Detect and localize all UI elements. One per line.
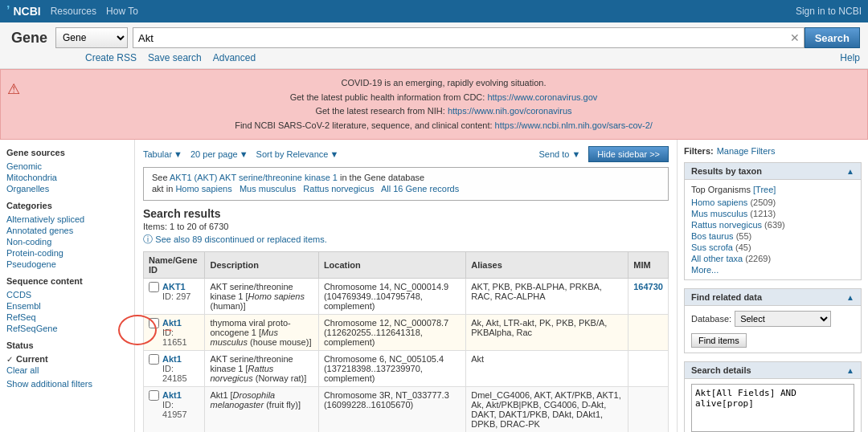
gene-link[interactable]: Akt1 [162, 354, 182, 364]
cdc-link[interactable]: https://www.coronavirus.gov [487, 92, 597, 102]
organism-link[interactable]: Homo sapiens [691, 198, 747, 207]
discontinued-link[interactable]: See also 89 discontinued or replaced ite… [155, 234, 326, 244]
tree-link[interactable]: [Tree] [753, 185, 776, 194]
clear-input-icon[interactable]: ✕ [790, 31, 800, 44]
description-cell: Akt1 [Drosophila melanogaster (fruit fly… [205, 387, 318, 432]
location-cell: Chromosome 12, NC_000078.7 (112620255..1… [318, 315, 465, 351]
gene-link[interactable]: AKT1 [162, 282, 186, 291]
organism-list: Homo sapiens (2509)Mus musculus (1213)Ra… [691, 198, 854, 263]
gene-link[interactable]: Akt1 [162, 390, 182, 400]
sidebar-item-annotated-genes[interactable]: Annotated genes [6, 225, 128, 236]
sidebar-item-mitochondria[interactable]: Mitochondria [6, 172, 128, 183]
resources-link[interactable]: Resources [51, 6, 96, 17]
how-to-link[interactable]: How To [106, 6, 138, 17]
description-cell: AKT serine/threonine kinase 1 [Rattus no… [205, 351, 318, 387]
row-checkbox[interactable] [149, 318, 159, 328]
sidebar-item-refseq[interactable]: RefSeq [6, 312, 128, 323]
sidebar-item-current[interactable]: Current [16, 353, 48, 365]
suggestion-box: See AKT1 (AKT) AKT serine/threonine kina… [143, 167, 669, 201]
clear-all-link[interactable]: Clear all [6, 365, 128, 376]
gene-id: ID: 41957 [162, 400, 199, 419]
mim-link[interactable]: 164730 [633, 282, 663, 291]
sidebar-item-ensembl[interactable]: Ensembl [6, 300, 128, 312]
list-item: All other taxa (2269) [691, 254, 854, 263]
per-page-button[interactable]: 20 per page ▼ [190, 149, 248, 159]
row-checkbox[interactable] [149, 390, 159, 401]
aliases-cell: Ak, Akt, LTR-akt, PK, PKB, PKB/A, PKBAlp… [466, 315, 628, 351]
location-cell: Chromosome 6, NC_005105.4 (137218398..13… [318, 351, 465, 387]
advanced-link[interactable]: Advanced [213, 52, 256, 63]
col-name: Name/Gene ID [144, 252, 205, 279]
sidebar-item-organelles[interactable]: Organelles [6, 183, 128, 194]
create-rss-link[interactable]: Create RSS [85, 52, 137, 63]
save-search-link[interactable]: Save search [148, 52, 202, 63]
find-items-button[interactable]: Find items [691, 333, 747, 348]
mim-cell: 164730 [628, 279, 669, 315]
organism-count: (45) [733, 242, 751, 252]
covid-banner: ⚠ COVID-19 is an emerging, rapidly evolv… [0, 69, 868, 140]
nih-link[interactable]: https://www.nih.gov/coronavirus [448, 106, 572, 116]
sidebar-item-alternatively-spliced[interactable]: Alternatively spliced [6, 214, 128, 225]
find-related-collapse-btn[interactable]: ▲ [846, 293, 854, 302]
mus-musculus-link[interactable]: Mus musculus [240, 184, 296, 194]
table-row: Akt1ID: 11651→thymoma viral proto-oncoge… [144, 315, 669, 351]
sort-by-button[interactable]: Sort by Relevance ▼ [256, 149, 339, 159]
rattus-norvegicus-link[interactable]: Rattus norvegicus [303, 184, 374, 194]
gene-name-cell: Akt1ID: 11651→ [144, 315, 205, 351]
gene-name-cell: Akt1ID: 24185 [144, 351, 205, 387]
homo-sapiens-link[interactable]: Homo sapiens [175, 184, 231, 194]
ncbi-logo: ’ NCBI [6, 4, 41, 18]
organism-count: (639) [762, 220, 785, 230]
mim-cell [628, 351, 669, 387]
nav-links: Resources How To [51, 6, 796, 17]
categories-title: Categories [6, 201, 128, 210]
ncbi-label: NCBI [13, 5, 40, 18]
list-item: Homo sapiens (2509) [691, 198, 854, 207]
sidebar-item-non-coding[interactable]: Non-coding [6, 236, 128, 247]
database-label: Database: [691, 314, 731, 324]
sars-link[interactable]: https://www.ncbi.nlm.nih.gov/sars-cov-2/ [495, 120, 653, 130]
organism-link[interactable]: Bos taurus [691, 231, 734, 241]
row-checkbox[interactable] [149, 354, 159, 365]
all-records-link[interactable]: All 16 Gene records [381, 184, 459, 194]
search-input[interactable] [133, 27, 805, 48]
search-button[interactable]: Search [805, 27, 860, 48]
sidebar-item-genomic[interactable]: Genomic [6, 161, 128, 172]
row-checkbox[interactable] [149, 282, 159, 292]
organism-link[interactable]: Sus scrofa [691, 242, 733, 252]
manage-filters-link[interactable]: Manage Filters [717, 146, 776, 156]
sign-in-link[interactable]: Sign in to NCBI [796, 6, 862, 17]
search-details-textarea[interactable] [691, 384, 854, 432]
related-db-select[interactable]: Select [735, 311, 831, 327]
sidebar-item-protein-coding[interactable]: Protein-coding [6, 247, 128, 259]
aliases-cell: AKT, PKB, PKB-ALPHA, PRKBA, RAC, RAC-ALP… [466, 279, 628, 315]
toolbar: Tabular ▼ 20 per page ▼ Sort by Relevanc… [143, 146, 669, 162]
table-row: Akt1ID: 41957Akt1 [Drosophila melanogast… [144, 387, 669, 432]
page-title: Gene [8, 30, 47, 47]
sidebar-item-pseudogene[interactable]: Pseudogene [6, 259, 128, 270]
organism-link[interactable]: All other taxa [691, 254, 743, 263]
tabular-button[interactable]: Tabular ▼ [143, 149, 182, 159]
table-row: Akt1ID: 24185AKT serine/threonine kinase… [144, 351, 669, 387]
gene-link[interactable]: Akt1 [162, 318, 182, 328]
database-select[interactable]: Gene [55, 27, 128, 48]
hide-sidebar-button[interactable]: Hide sidebar >> [588, 146, 669, 162]
organism-link[interactable]: Mus musculus [691, 209, 747, 218]
search-area: Gene Gene ✕ Search Create RSS Save searc… [0, 22, 868, 69]
send-to-button[interactable]: Send to ▼ [538, 149, 580, 159]
more-organisms-link[interactable]: More... [691, 265, 719, 275]
search-details-collapse-btn[interactable]: ▲ [846, 366, 854, 375]
col-description: Description [205, 252, 318, 279]
organism-link[interactable]: Rattus norvegicus [691, 220, 762, 230]
organism-count: (1213) [747, 209, 776, 218]
show-additional-filters-link[interactable]: Show additional filters [6, 379, 128, 389]
help-link[interactable]: Help [840, 52, 860, 63]
gene-id: ID: 297 [162, 291, 190, 301]
current-check: ✓ [6, 355, 13, 364]
sidebar-item-ccds[interactable]: CCDS [6, 289, 128, 300]
search-details-title: Search details [691, 365, 751, 375]
gene-name-cell: AKT1ID: 297 [144, 279, 205, 315]
taxon-collapse-btn[interactable]: ▲ [846, 167, 854, 176]
sidebar-item-refseqgene[interactable]: RefSeqGene [6, 323, 128, 334]
akt1-gene-link[interactable]: AKT1 (AKT) AKT serine/threonine kinase 1 [170, 173, 338, 182]
